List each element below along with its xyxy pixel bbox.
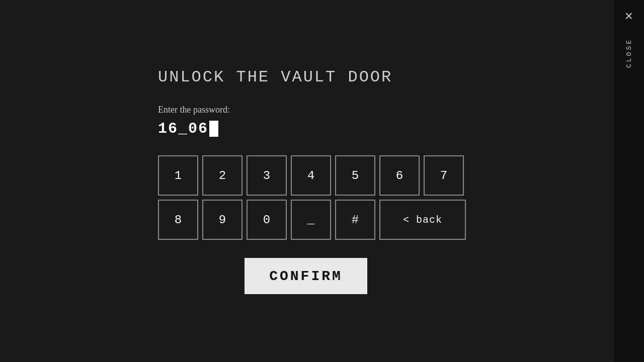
- key-underscore[interactable]: _: [291, 200, 331, 240]
- password-label: Enter the password:: [158, 105, 614, 115]
- key-7[interactable]: 7: [424, 155, 464, 196]
- keypad-row-2: 8 9 0 _ # < back: [158, 200, 614, 240]
- cursor: [209, 121, 218, 137]
- key-9[interactable]: 9: [202, 200, 243, 240]
- password-value: 16_06: [158, 120, 208, 137]
- key-2[interactable]: 2: [202, 155, 243, 196]
- close-label: CLOSE: [625, 38, 633, 68]
- key-hash[interactable]: #: [335, 200, 375, 240]
- keypad-row-1: 1 2 3 4 5 6 7: [158, 155, 614, 196]
- main-content: UNLOCK THE VAULT DOOR Enter the password…: [0, 0, 614, 362]
- key-6[interactable]: 6: [379, 155, 420, 196]
- confirm-row: CONFIRM: [245, 258, 614, 294]
- page-title: UNLOCK THE VAULT DOOR: [158, 68, 614, 86]
- password-display: 16_06: [158, 120, 614, 137]
- key-0[interactable]: 0: [247, 200, 287, 240]
- close-icon: ×: [625, 10, 633, 24]
- key-1[interactable]: 1: [158, 155, 198, 196]
- close-panel[interactable]: × CLOSE: [614, 0, 644, 362]
- key-5[interactable]: 5: [335, 155, 375, 196]
- keypad: 1 2 3 4 5 6 7 8 9 0 _ # < back: [158, 155, 614, 240]
- key-8[interactable]: 8: [158, 200, 198, 240]
- confirm-button[interactable]: CONFIRM: [245, 258, 367, 294]
- key-3[interactable]: 3: [247, 155, 287, 196]
- key-4[interactable]: 4: [291, 155, 331, 196]
- back-button[interactable]: < back: [379, 200, 466, 240]
